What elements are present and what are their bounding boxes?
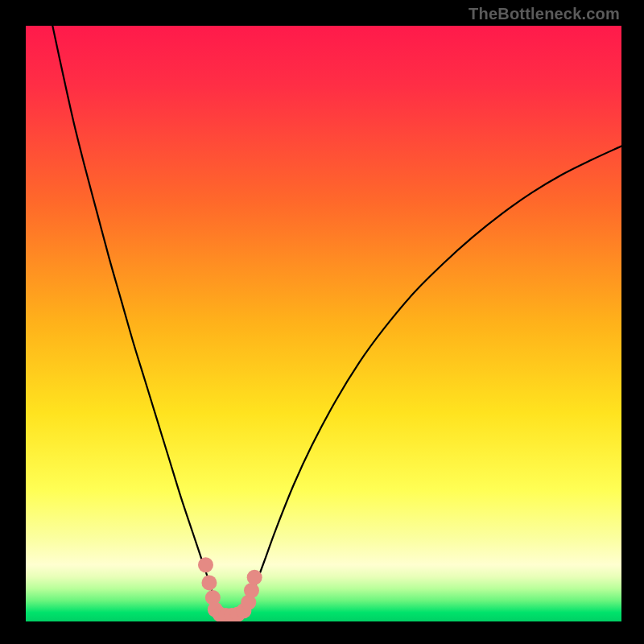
curve-right-branch (249, 146, 621, 601)
marker-group (198, 557, 262, 621)
marker-point (247, 570, 262, 585)
marker-point (244, 583, 259, 598)
marker-point (201, 575, 217, 590)
chart-frame: TheBottleneck.com (0, 0, 644, 644)
watermark-text: TheBottleneck.com (469, 5, 620, 23)
marker-point (198, 557, 213, 572)
curves-layer (26, 26, 621, 621)
plot-area (26, 26, 621, 621)
curve-left-branch (52, 26, 215, 602)
